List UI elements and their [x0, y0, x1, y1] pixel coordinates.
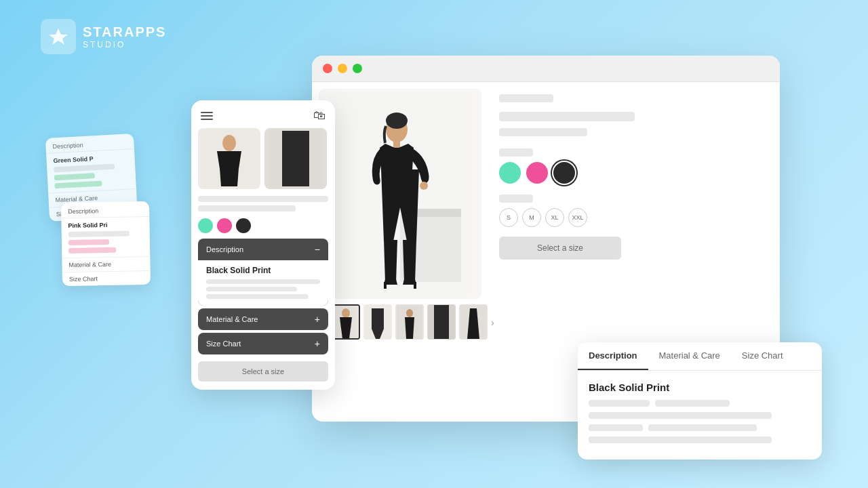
mobile-color-swatches	[191, 217, 335, 239]
mobile-product-images	[191, 128, 335, 196]
fashion-figure	[319, 89, 481, 299]
small-card-pink-title: Pink Solid Pri	[68, 221, 142, 229]
mobile-img-2	[264, 128, 327, 189]
mobile-size-expand-icon[interactable]: +	[315, 338, 320, 349]
panel-body: Black Solid Print	[578, 371, 822, 460]
tab-material-care[interactable]: Material & Care	[648, 342, 731, 370]
mobile-material-label: Material & Care	[206, 315, 258, 323]
browser-dot-yellow[interactable]	[338, 64, 347, 73]
thumbnail-3[interactable]	[395, 304, 424, 340]
hamburger-icon[interactable]	[201, 112, 213, 120]
mobile-desc-title: Black Solid Print	[206, 266, 320, 275]
swatch-pink[interactable]	[526, 162, 548, 184]
thumbnail-2[interactable]	[363, 304, 392, 340]
description-panel: Description Material & Care Size Chart B…	[578, 342, 822, 460]
panel-skel-3	[589, 424, 811, 431]
mobile-desc-header-label: Description	[206, 245, 243, 253]
mobile-description-accordion: Description − Black Solid Print	[198, 239, 328, 306]
small-card-pink: Description Pink Solid Pri Material & Ca…	[61, 201, 151, 286]
svg-point-10	[342, 308, 350, 318]
select-size-button[interactable]: Select a size	[499, 237, 621, 260]
thumbnail-5[interactable]	[459, 304, 488, 340]
swatch-black[interactable]	[553, 162, 575, 184]
browser-dot-green[interactable]	[353, 64, 362, 73]
panel-description-title: Black Solid Print	[589, 382, 811, 393]
logo-icon	[41, 19, 76, 54]
logo: STARAPPS STUDIO	[41, 19, 166, 54]
mobile-desc-body: Black Solid Print	[198, 260, 328, 306]
browser-toolbar	[312, 56, 780, 82]
mobile-header: 🛍	[191, 100, 335, 128]
browser-dot-red[interactable]	[323, 64, 332, 73]
panel-skel-2	[589, 412, 811, 419]
cart-icon[interactable]: 🛍	[313, 108, 326, 123]
swatch-mint[interactable]	[499, 162, 521, 184]
panel-tabs: Description Material & Care Size Chart	[578, 342, 822, 371]
small-card-green-body: Green Solid P	[46, 149, 136, 193]
mobile-size-label: Size Chart	[206, 340, 241, 348]
svg-rect-7	[414, 282, 416, 289]
mobile-card: 🛍 Description − Black Solid Print Materi…	[191, 100, 335, 390]
tab-size-chart[interactable]: Size Chart	[731, 342, 794, 370]
svg-point-13	[406, 309, 413, 317]
mobile-skeletons	[191, 196, 335, 217]
size-xl[interactable]: XL	[545, 208, 564, 227]
product-breadcrumb-skel	[499, 94, 553, 102]
panel-skel-1	[589, 400, 811, 407]
size-s[interactable]: S	[499, 208, 518, 227]
panel-skel-4	[589, 436, 811, 443]
product-detail-skel	[499, 128, 587, 136]
mobile-material-accordion[interactable]: Material & Care +	[198, 308, 328, 330]
product-main-image	[319, 89, 481, 299]
mobile-select-size-button[interactable]: Select a size	[198, 361, 328, 382]
small-card-pink-material[interactable]: Material & Care	[62, 256, 150, 272]
small-card-pink-header: Description	[61, 201, 149, 218]
svg-point-4	[386, 113, 408, 129]
color-swatches	[499, 162, 769, 184]
small-card-green-title: Green Solid P	[53, 154, 127, 165]
mobile-material-expand-icon[interactable]: +	[315, 314, 320, 325]
color-label-skel	[499, 148, 533, 157]
product-thumbnails: ‹ ›	[319, 304, 481, 340]
mobile-swatch-mint[interactable]	[198, 218, 213, 233]
mobile-swatch-pink[interactable]	[217, 218, 232, 233]
small-cards-container: Description Green Solid P Material & Car…	[53, 136, 151, 285]
product-name-skel	[499, 112, 635, 121]
size-xxl[interactable]: XXL	[568, 208, 587, 227]
tab-description[interactable]: Description	[578, 342, 648, 370]
mobile-desc-collapse-icon[interactable]: −	[315, 244, 320, 255]
small-card-pink-body: Pink Solid Pri	[61, 217, 150, 258]
size-m[interactable]: M	[522, 208, 541, 227]
small-card-pink-size[interactable]: Size Chart	[62, 270, 151, 286]
logo-text: STARAPPS STUDIO	[83, 24, 166, 49]
mobile-size-accordion[interactable]: Size Chart +	[198, 333, 328, 354]
size-options: S M XL XXL	[499, 208, 769, 227]
mobile-desc-header[interactable]: Description −	[198, 239, 328, 260]
thumbnail-1[interactable]	[332, 304, 360, 340]
svg-point-8	[420, 182, 428, 190]
svg-point-17	[222, 135, 236, 151]
thumbnail-4[interactable]	[427, 304, 456, 340]
size-label-skel	[499, 195, 533, 203]
svg-rect-6	[384, 282, 387, 289]
mobile-img-1	[198, 128, 260, 189]
svg-rect-5	[393, 140, 400, 148]
mobile-swatch-black[interactable]	[236, 218, 251, 233]
product-image-area: ‹ ›	[312, 82, 488, 420]
